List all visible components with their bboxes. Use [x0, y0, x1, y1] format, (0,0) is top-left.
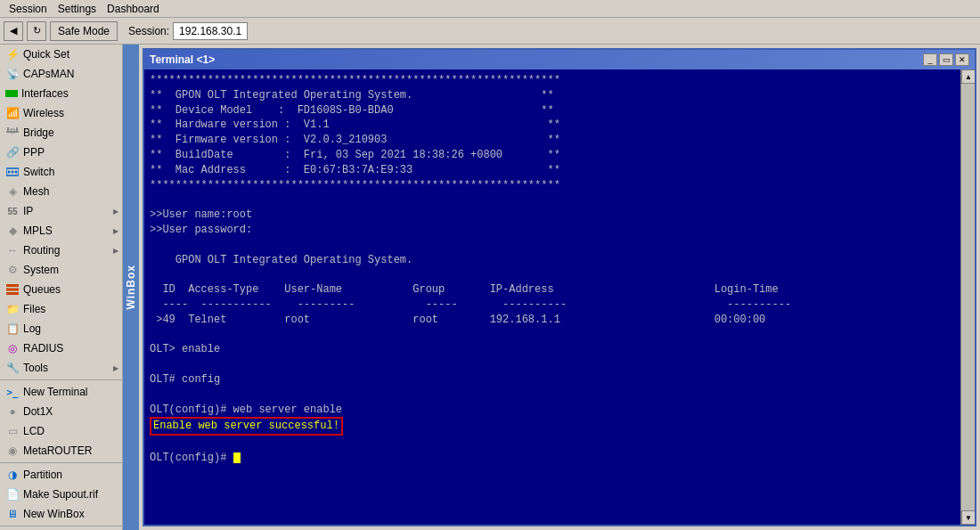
queues-icon [5, 282, 20, 297]
sidebar-label-dot1x: Dot1X [23, 405, 53, 418]
session-value: 192.168.30.1 [173, 22, 248, 40]
sidebar-item-lcd[interactable]: ▭ LCD [0, 421, 122, 441]
mpls-icon: ◆ [5, 224, 20, 238]
sidebar-item-wireless[interactable]: 📶 Wireless [0, 103, 122, 123]
sidebar-label-log: Log [23, 322, 41, 335]
sidebar-item-mesh[interactable]: ◈ Mesh [0, 182, 122, 201]
content-area: Terminal <1> _ ▭ ✕ *********************… [139, 45, 980, 530]
sidebar-label-queues: Queues [23, 283, 61, 296]
sidebar: ⚡ Quick Set 📡 CAPsMAN Interfaces 📶 Wirel… [0, 45, 123, 530]
refresh-icon: ↻ [33, 25, 41, 37]
refresh-button[interactable]: ↻ [27, 21, 46, 41]
session-label: Session: [128, 25, 169, 37]
new-winbox-icon: 🖥 [5, 507, 20, 521]
terminal-scrollbar: ▲ ▼ [960, 69, 975, 525]
sidebar-item-files[interactable]: 📁 Files [0, 299, 122, 319]
sidebar-item-bridge[interactable]: Bridge [0, 123, 122, 143]
sidebar-item-interfaces[interactable]: Interfaces [0, 84, 122, 103]
sidebar-item-radius[interactable]: ◎ RADIUS [0, 338, 122, 358]
capsman-icon: 📡 [5, 67, 20, 81]
sidebar-label-switch: Switch [23, 166, 54, 178]
menu-dashboard[interactable]: Dashboard [102, 2, 165, 16]
winbox-sidebar: WinBox [123, 45, 139, 530]
terminal-titlebar: Terminal <1> _ ▭ ✕ [144, 50, 975, 69]
sidebar-label-wireless: Wireless [23, 107, 64, 119]
wireless-icon: 📶 [5, 106, 20, 120]
sidebar-label-bridge: Bridge [23, 126, 54, 139]
ip-icon: 55 [5, 204, 20, 218]
quick-set-icon: ⚡ [5, 47, 20, 61]
winbox-label: WinBox [125, 265, 137, 310]
sidebar-item-log[interactable]: 📋 Log [0, 319, 122, 338]
sidebar-item-new-winbox[interactable]: 🖥 New WinBox [0, 504, 122, 524]
menu-bar: Session Settings Dashboard [0, 0, 980, 18]
sidebar-label-partition: Partition [23, 469, 62, 481]
files-icon: 📁 [5, 302, 20, 316]
sidebar-item-system[interactable]: ⚙ System [0, 260, 122, 280]
svg-point-7 [15, 171, 18, 174]
sidebar-label-mpls: MPLS [23, 224, 53, 237]
sidebar-label-tools: Tools [23, 362, 48, 374]
ppp-icon: 🔗 [5, 145, 20, 159]
scroll-up-button[interactable]: ▲ [961, 69, 975, 84]
terminal-window: Terminal <1> _ ▭ ✕ *********************… [143, 48, 976, 526]
sidebar-label-quick-set: Quick Set [23, 48, 69, 61]
sidebar-label-lcd: LCD [23, 425, 45, 437]
partition-icon: ◑ [5, 468, 20, 482]
sidebar-divider-3 [0, 526, 122, 526]
menu-settings[interactable]: Settings [53, 2, 102, 16]
sidebar-item-metarouter[interactable]: ◉ MetaROUTER [0, 441, 122, 461]
menu-session[interactable]: Session [4, 2, 53, 16]
safe-mode-button[interactable]: Safe Mode [50, 21, 118, 41]
main-layout: ⚡ Quick Set 📡 CAPsMAN Interfaces 📶 Wirel… [0, 45, 980, 530]
terminal-restore-button[interactable]: ▭ [939, 53, 953, 66]
bridge-icon [5, 126, 20, 140]
system-icon: ⚙ [5, 263, 20, 277]
sidebar-item-tools[interactable]: 🔧 Tools [0, 358, 122, 378]
back-icon: ◀ [10, 25, 17, 37]
terminal-title: Terminal <1> [150, 53, 215, 66]
sidebar-label-files: Files [23, 303, 45, 315]
sidebar-item-routing[interactable]: ↔ Routing [0, 241, 122, 260]
terminal-body[interactable]: ****************************************… [144, 69, 960, 525]
sidebar-divider-2 [0, 462, 122, 463]
terminal-content: ****************************************… [150, 73, 955, 466]
sidebar-label-system: System [23, 264, 59, 276]
sidebar-item-make-supout[interactable]: 📄 Make Supout.rif [0, 485, 122, 504]
lcd-icon: ▭ [5, 424, 20, 438]
sidebar-label-make-supout: Make Supout.rif [23, 488, 98, 501]
mesh-icon: ◈ [5, 184, 20, 199]
scroll-down-button[interactable]: ▼ [961, 510, 975, 525]
sidebar-item-new-terminal[interactable]: >_ New Terminal [0, 382, 122, 402]
sidebar-label-mesh: Mesh [23, 185, 49, 198]
make-supout-icon: 📄 [5, 487, 20, 501]
new-terminal-icon: >_ [5, 385, 20, 399]
sidebar-item-queues[interactable]: Queues [0, 280, 122, 299]
sidebar-label-new-terminal: New Terminal [23, 386, 87, 398]
svg-rect-1 [7, 127, 9, 133]
terminal-close-button[interactable]: ✕ [955, 53, 969, 66]
sidebar-label-capsman: CAPsMAN [23, 68, 74, 80]
scroll-track[interactable] [961, 84, 975, 510]
terminal-controls: _ ▭ ✕ [923, 53, 969, 66]
interfaces-icon [5, 90, 18, 97]
sidebar-item-mpls[interactable]: ◆ MPLS [0, 221, 122, 241]
sidebar-item-ppp[interactable]: 🔗 PPP [0, 143, 122, 162]
sidebar-item-ip[interactable]: 55 IP [0, 201, 122, 221]
sidebar-item-quick-set[interactable]: ⚡ Quick Set [0, 45, 122, 64]
radius-icon: ◎ [5, 341, 20, 355]
sidebar-item-capsman[interactable]: 📡 CAPsMAN [0, 64, 122, 84]
sidebar-label-ppp: PPP [23, 146, 45, 159]
sidebar-divider-1 [0, 379, 122, 380]
log-icon: 📋 [5, 322, 20, 336]
terminal-main: ****************************************… [144, 69, 975, 525]
sidebar-item-partition[interactable]: ◑ Partition [0, 465, 122, 485]
svg-point-5 [8, 171, 11, 174]
terminal-minimize-button[interactable]: _ [923, 53, 937, 66]
sidebar-item-switch[interactable]: Switch [0, 162, 122, 182]
tools-icon: 🔧 [5, 361, 20, 375]
sidebar-label-ip: IP [23, 205, 33, 217]
sidebar-item-dot1x[interactable]: ● Dot1X [0, 402, 122, 421]
back-button[interactable]: ◀ [4, 21, 23, 41]
sidebar-label-routing: Routing [23, 244, 60, 257]
